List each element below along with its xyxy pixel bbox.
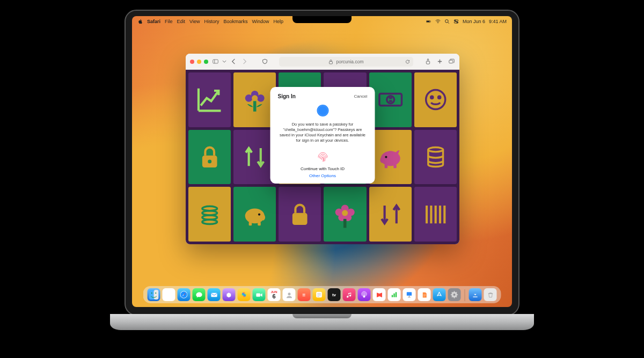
share-icon[interactable]: [424, 58, 431, 65]
tile-bill: [369, 72, 412, 127]
menu-bookmarks[interactable]: Bookmarks: [223, 19, 247, 24]
other-options-link[interactable]: Other Options: [278, 173, 368, 178]
dock-launchpad[interactable]: [163, 288, 175, 301]
new-tab-icon[interactable]: [436, 58, 443, 65]
tab-overview-icon[interactable]: [448, 58, 455, 65]
dock-appstore[interactable]: [433, 288, 446, 301]
svg-point-7: [457, 22, 458, 23]
dock-safari[interactable]: [178, 288, 191, 301]
tile-padlock-2: [279, 187, 321, 242]
dock-tv[interactable]: tv: [328, 288, 341, 301]
cal-day: 6: [272, 294, 275, 299]
svg-point-28: [430, 97, 433, 99]
laptop-bezel: Safari File Edit View History Bookmarks …: [125, 10, 519, 316]
svg-rect-55: [343, 218, 347, 228]
laptop-base-notch: [292, 314, 352, 318]
svg-point-33: [385, 156, 387, 158]
dock-photos[interactable]: [238, 288, 251, 301]
menu-help[interactable]: Help: [273, 19, 283, 24]
svg-rect-69: [256, 293, 260, 296]
menubar-time[interactable]: 9:41 AM: [489, 19, 507, 24]
svg-point-14: [257, 94, 265, 102]
dock-podcasts-1[interactable]: ⬢: [223, 288, 236, 301]
dock-music[interactable]: [343, 288, 356, 301]
svg-point-13: [245, 94, 253, 102]
dock-calendar[interactable]: JUN6: [268, 288, 281, 301]
display-notch: [292, 16, 352, 23]
dock-podcasts[interactable]: [358, 288, 371, 301]
dialog-title: Sign In: [278, 93, 296, 99]
dock: ⬢ JUN6 ≡ tv: [143, 286, 501, 303]
svg-rect-75: [392, 295, 393, 297]
svg-rect-48: [292, 213, 308, 224]
dock-trash[interactable]: [484, 288, 497, 301]
svg-point-15: [252, 96, 258, 101]
svg-point-70: [288, 293, 290, 295]
svg-rect-1: [427, 21, 429, 22]
svg-point-31: [208, 159, 211, 163]
svg-rect-45: [249, 222, 252, 225]
search-icon[interactable]: [444, 19, 450, 24]
sidebar-toggle-icon[interactable]: [211, 58, 219, 65]
dock-settings[interactable]: [448, 288, 461, 301]
dock-finder[interactable]: [148, 288, 160, 301]
dock-keynote[interactable]: [403, 288, 416, 301]
continue-touch-id-label: Continue with Touch ID: [278, 166, 368, 171]
dock-notes[interactable]: [313, 288, 326, 301]
dock-facetime[interactable]: [253, 288, 266, 301]
app-name[interactable]: Safari: [147, 19, 160, 24]
dock-pages[interactable]: [418, 288, 431, 301]
svg-rect-9: [330, 62, 333, 64]
privacy-report-icon[interactable]: [261, 58, 268, 65]
wifi-icon[interactable]: [435, 19, 441, 24]
menu-history[interactable]: History: [204, 19, 219, 24]
dialog-body-text: Do you want to save a passkey for "chell…: [278, 122, 368, 144]
address-bar[interactable]: porcunia.com: [279, 57, 413, 67]
back-button[interactable]: [230, 58, 237, 65]
menu-window[interactable]: Window: [252, 19, 269, 24]
dock-messages[interactable]: [193, 288, 206, 301]
lock-icon: [328, 59, 333, 64]
menu-file[interactable]: File: [165, 19, 173, 24]
control-center-icon[interactable]: [453, 19, 459, 24]
apple-menu-icon[interactable]: [137, 19, 143, 24]
svg-point-61: [155, 293, 156, 294]
dock-numbers[interactable]: [388, 288, 401, 301]
menu-view[interactable]: View: [189, 19, 200, 24]
svg-point-2: [437, 23, 438, 23]
svg-rect-11: [449, 60, 452, 63]
svg-point-60: [151, 293, 152, 294]
url-text: porcunia.com: [336, 59, 363, 64]
svg-rect-16: [253, 101, 257, 112]
menubar-date[interactable]: Mon Jun 6: [463, 19, 485, 24]
svg-point-3: [445, 20, 449, 23]
dock-separator: [465, 289, 465, 301]
dock-news[interactable]: [373, 288, 386, 301]
forward-button[interactable]: [240, 58, 248, 65]
zoom-window-button[interactable]: [204, 60, 208, 64]
menu-edit[interactable]: Edit: [177, 19, 186, 24]
svg-point-26: [386, 96, 394, 104]
dock-contacts[interactable]: [283, 288, 296, 301]
minimize-window-button[interactable]: [197, 60, 201, 64]
battery-icon[interactable]: [426, 19, 431, 24]
tile-padlock: [188, 130, 231, 185]
dock-downloads[interactable]: [469, 288, 482, 301]
passkey-save-dialog: Sign In Cancel Do you want to save a pas…: [270, 87, 375, 184]
svg-rect-46: [258, 222, 261, 225]
dock-mail[interactable]: [208, 288, 221, 301]
touch-id-icon[interactable]: [315, 149, 330, 164]
reload-icon[interactable]: [405, 59, 410, 64]
dock-reminders[interactable]: ≡: [298, 288, 311, 301]
svg-rect-78: [407, 292, 412, 295]
tile-arrows: [233, 130, 276, 185]
svg-rect-8: [213, 60, 218, 63]
tile-smiley: [414, 72, 457, 127]
cancel-button[interactable]: Cancel: [354, 94, 368, 99]
svg-point-80: [453, 294, 456, 296]
close-window-button[interactable]: [190, 60, 194, 64]
svg-rect-59: [154, 290, 159, 299]
chevron-down-icon[interactable]: [222, 58, 226, 65]
laptop-frame: Safari File Edit View History Bookmarks …: [125, 10, 519, 316]
safari-compass-icon: [316, 104, 330, 118]
